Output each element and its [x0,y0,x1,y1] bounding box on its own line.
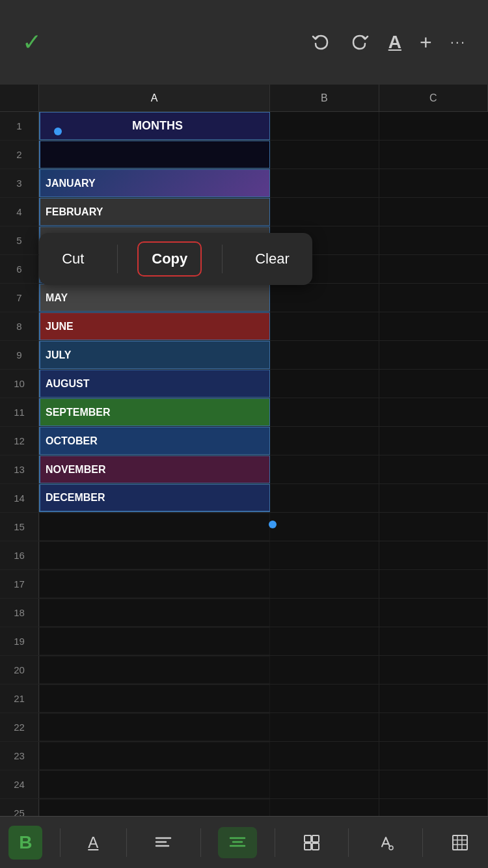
row-number: 23 [0,742,39,770]
cell-c2[interactable] [379,141,488,169]
rows-container: 1 MONTHS 2 3 JANUARY 4 FEBRUARY [0,112,488,839]
table-row: 21 [0,685,488,713]
bold-button[interactable]: B [8,826,42,860]
row-number: 3 [0,169,39,197]
cell-a11[interactable]: SEPTEMBER [39,398,270,426]
cell-a12[interactable]: OCTOBER [39,427,270,455]
cell-a1[interactable]: MONTHS [39,112,270,140]
align-left-button[interactable] [144,827,183,858]
align-center-button[interactable] [218,827,257,858]
cell-c17[interactable] [379,570,489,598]
copy-menu-item[interactable]: Copy [137,241,202,277]
table-format-button[interactable] [441,827,480,858]
cell-a8[interactable]: JUNE [39,312,270,340]
column-headers: A B C [0,85,488,112]
cell-a7[interactable]: MAY [39,284,270,312]
col-header-c[interactable]: C [379,85,489,111]
cell-b23[interactable] [270,742,379,770]
more-button[interactable]: ··· [444,27,472,57]
cell-b4[interactable] [270,198,379,226]
cell-b21[interactable] [270,685,379,712]
cell-c24[interactable] [379,770,489,798]
add-button[interactable]: + [413,24,439,61]
cell-b9[interactable] [270,341,379,369]
undo-button[interactable] [304,25,338,59]
cell-a21[interactable] [39,685,270,712]
cell-c19[interactable] [379,627,489,655]
cell-a15[interactable] [39,513,270,541]
cell-b2[interactable] [270,141,379,169]
text-color-button[interactable]: A [77,827,109,858]
clear-menu-item[interactable]: Clear [242,243,303,275]
cell-a20[interactable] [39,656,270,684]
row-number: 15 [0,513,39,541]
cell-c4[interactable] [379,198,488,226]
cell-a24[interactable] [39,770,270,798]
cell-a17[interactable] [39,570,270,598]
cell-b14[interactable] [270,484,379,512]
cell-b17[interactable] [270,570,379,598]
table-row: 18 [0,599,488,627]
cell-b11[interactable] [270,398,379,426]
cell-b10[interactable] [270,370,379,398]
selection-handle-top[interactable] [54,128,62,135]
selection-handle-bottom[interactable] [269,521,277,528]
cell-a4[interactable]: FEBRUARY [39,198,270,226]
spreadsheet: A B C 1 MONTHS 2 3 JANUARY 4 FEB [0,85,488,839]
cell-b20[interactable] [270,656,379,684]
cell-b8[interactable] [270,312,379,340]
resize-button[interactable] [292,827,331,858]
cell-b12[interactable] [270,427,379,455]
cell-b1[interactable] [270,112,379,140]
cell-a23[interactable] [39,742,270,770]
cell-a19[interactable] [39,627,270,655]
cell-c13[interactable] [379,455,488,483]
cell-a18[interactable] [39,599,270,627]
cell-a14[interactable]: DECEMBER [39,484,270,512]
cell-a3[interactable]: JANUARY [39,169,270,197]
fill-color-icon [377,834,395,852]
cell-a2[interactable] [39,141,270,169]
cell-c9[interactable] [379,341,488,369]
cell-c21[interactable] [379,685,489,712]
col-header-a[interactable]: A [39,85,270,111]
cell-b7[interactable] [270,284,379,312]
cell-c3[interactable] [379,169,488,197]
row-number: 4 [0,198,39,226]
cell-a22[interactable] [39,713,270,741]
col-header-b[interactable]: B [270,85,379,111]
cell-b18[interactable] [270,599,379,627]
cell-c8[interactable] [379,312,488,340]
cell-c1[interactable] [379,112,488,140]
table-row: 2 [0,141,488,169]
cell-c18[interactable] [379,599,489,627]
cell-b15[interactable] [270,513,379,541]
cell-c7[interactable] [379,284,488,312]
fill-color-button[interactable] [366,827,405,858]
cell-b22[interactable] [270,713,379,741]
cell-a9[interactable]: JULY [39,341,270,369]
cell-c23[interactable] [379,742,489,770]
confirm-button[interactable]: ✓ [16,22,48,62]
cell-c16[interactable] [379,541,489,569]
cell-a10[interactable]: AUGUST [39,370,270,398]
cell-c14[interactable] [379,484,488,512]
cell-b3[interactable] [270,169,379,197]
cell-c5[interactable] [379,226,488,254]
cut-menu-item[interactable]: Cut [49,243,97,275]
cell-b19[interactable] [270,627,379,655]
text-format-button[interactable]: A [382,25,408,59]
cell-c15[interactable] [379,513,489,541]
cell-c6[interactable] [379,255,488,283]
cell-c10[interactable] [379,370,488,398]
cell-c11[interactable] [379,398,488,426]
cell-b16[interactable] [270,541,379,569]
cell-c22[interactable] [379,713,489,741]
cell-c20[interactable] [379,656,489,684]
cell-a13[interactable]: NOVEMBER [39,455,270,483]
redo-button[interactable] [343,25,377,59]
cell-b13[interactable] [270,455,379,483]
cell-c12[interactable] [379,427,488,455]
cell-b24[interactable] [270,770,379,798]
cell-a16[interactable] [39,541,270,569]
